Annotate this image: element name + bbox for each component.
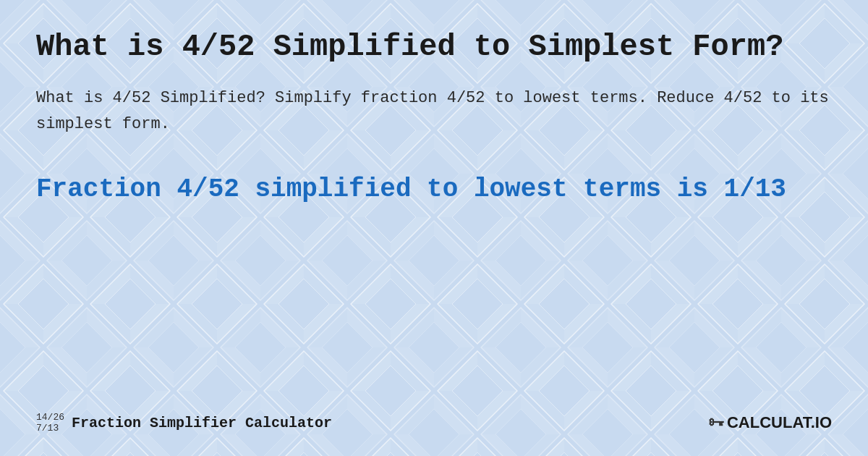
footer-left: 14/26 7/13 Fraction Simplifier Calculato…: [36, 412, 332, 434]
footer-label: Fraction Simplifier Calculator: [72, 415, 332, 431]
result-title: Fraction 4/52 simplified to lowest terms…: [36, 173, 832, 207]
footer-fraction1: 14/26: [36, 412, 64, 423]
logo-text: CALCULAT.IO: [727, 413, 832, 432]
footer: 14/26 7/13 Fraction Simplifier Calculato…: [36, 405, 832, 434]
result-section: Fraction 4/52 simplified to lowest terms…: [36, 173, 832, 405]
key-icon: 🗝: [708, 413, 724, 432]
footer-fraction2: 7/13: [36, 423, 64, 434]
footer-fractions: 14/26 7/13: [36, 412, 64, 434]
footer-logo: 🗝 CALCULAT.IO: [708, 413, 832, 432]
page-title: What is 4/52 Simplified to Simplest Form…: [36, 29, 832, 65]
page-description: What is 4/52 Simplified? Simplify fracti…: [36, 85, 832, 136]
